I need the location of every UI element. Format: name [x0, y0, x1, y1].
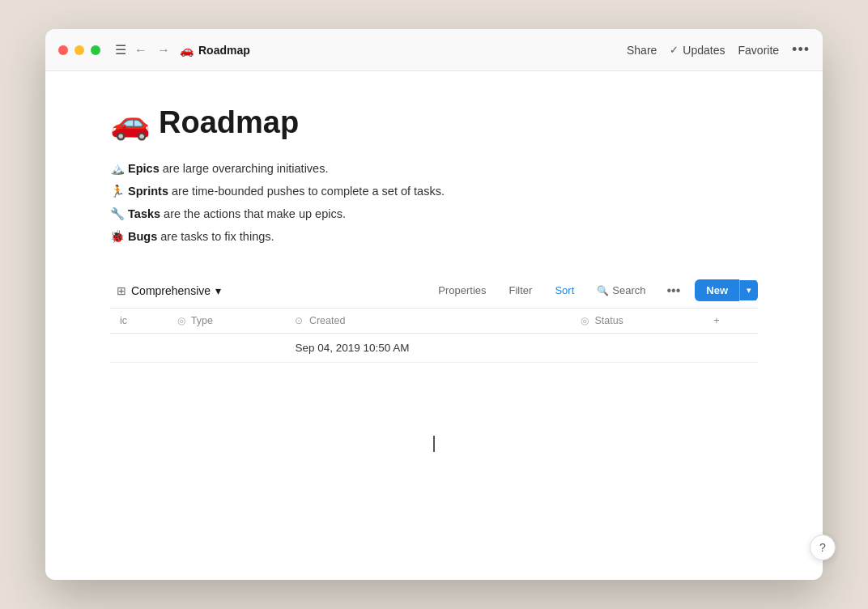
- help-button[interactable]: ?: [810, 534, 836, 560]
- database-table: ic ◎ Type ⊙ Created ◎ Status +: [110, 309, 758, 363]
- forward-icon: →: [157, 43, 170, 57]
- help-label: ?: [819, 541, 826, 554]
- share-button[interactable]: Share: [627, 44, 657, 57]
- col-topic-label: ic: [120, 315, 127, 326]
- new-dropdown-icon: ▾: [747, 285, 751, 295]
- updates-label: Updates: [683, 44, 725, 57]
- forward-button[interactable]: →: [154, 41, 173, 59]
- desc-epics: 🏔️ Epics are large overarching initiativ…: [110, 158, 758, 179]
- page-title-emoji: 🚗: [110, 104, 151, 142]
- page-title: 🚗 Roadmap: [110, 104, 758, 142]
- cell-status[interactable]: [571, 334, 704, 363]
- col-type: ◎ Type: [168, 309, 286, 334]
- col-created-icon: ⊙: [295, 315, 303, 326]
- cell-created[interactable]: Sep 04, 2019 10:50 AM: [285, 334, 571, 363]
- hamburger-icon: ☰: [115, 42, 126, 57]
- database-toolbar: ⊞ Comprehensive ▾ Properties Filter Sort…: [110, 273, 758, 309]
- page-description: 🏔️ Epics are large overarching initiativ…: [110, 158, 758, 247]
- filter-button[interactable]: Filter: [503, 281, 539, 300]
- sort-button[interactable]: Sort: [548, 281, 581, 300]
- table-header-row: ic ◎ Type ⊙ Created ◎ Status +: [110, 309, 758, 334]
- search-button[interactable]: 🔍 Search: [590, 281, 652, 300]
- desc-tasks: 🔧 Tasks are the actions that make up epi…: [110, 203, 758, 224]
- col-created: ⊙ Created: [285, 309, 571, 334]
- created-value: Sep 04, 2019 10:50 AM: [295, 342, 409, 354]
- new-label: New: [706, 284, 728, 296]
- toolbar-more-button[interactable]: •••: [662, 280, 685, 301]
- view-dropdown-icon: ▾: [215, 284, 221, 297]
- desc-sprints: 🏃 Sprints are time-bounded pushes to com…: [110, 181, 758, 202]
- titlebar-title: 🚗 Roadmap: [180, 44, 250, 57]
- cell-extra: [704, 334, 758, 363]
- cell-topic[interactable]: [110, 334, 168, 363]
- properties-label: Properties: [438, 284, 486, 296]
- titlebar-emoji: 🚗: [180, 44, 194, 57]
- col-status-label: Status: [594, 315, 623, 326]
- col-topic: ic: [110, 309, 168, 334]
- col-status-icon: ◎: [581, 315, 589, 326]
- search-icon: 🔍: [597, 285, 609, 296]
- add-column-button[interactable]: +: [704, 309, 758, 334]
- share-label: Share: [627, 44, 657, 57]
- more-button[interactable]: •••: [792, 41, 810, 58]
- updates-check: ✓: [670, 44, 679, 56]
- titlebar-actions: Share ✓ Updates Favorite •••: [627, 41, 810, 58]
- new-button[interactable]: New: [695, 279, 739, 301]
- favorite-button[interactable]: Favorite: [738, 44, 780, 57]
- text-cursor: [433, 436, 435, 452]
- back-icon: ←: [134, 43, 147, 57]
- updates-button[interactable]: ✓ Updates: [670, 44, 725, 57]
- minimize-button[interactable]: [74, 45, 84, 55]
- toolbar-more-icon: •••: [666, 283, 680, 297]
- table-row: Sep 04, 2019 10:50 AM: [110, 334, 758, 363]
- col-created-label: Created: [309, 315, 345, 326]
- back-button[interactable]: ←: [131, 41, 151, 59]
- cell-type[interactable]: [168, 334, 286, 363]
- main-content: 🚗 Roadmap 🏔️ Epics are large overarching…: [45, 71, 823, 580]
- col-type-icon: ◎: [177, 315, 185, 326]
- traffic-lights: [58, 45, 100, 55]
- close-button[interactable]: [58, 45, 68, 55]
- page-title-text: Roadmap: [159, 105, 299, 140]
- view-icon: ⊞: [117, 284, 126, 297]
- desc-bugs: 🐞 Bugs are tasks to fix things.: [110, 226, 758, 247]
- view-selector[interactable]: ⊞ Comprehensive ▾: [110, 281, 228, 300]
- col-type-label: Type: [191, 315, 213, 326]
- page-header: 🚗 Roadmap 🏔️ Epics are large overarching…: [110, 104, 758, 247]
- favorite-label: Favorite: [738, 44, 780, 57]
- content-area[interactable]: [110, 363, 758, 525]
- nav-buttons: ← →: [131, 41, 173, 59]
- more-icon: •••: [792, 41, 810, 57]
- sort-label: Sort: [555, 284, 574, 296]
- search-label: Search: [612, 284, 645, 296]
- maximize-button[interactable]: [91, 45, 100, 55]
- hamburger-button[interactable]: ☰: [110, 40, 131, 59]
- titlebar: ☰ ← → 🚗 Roadmap Share ✓ Updates Favorite: [45, 29, 823, 71]
- properties-button[interactable]: Properties: [432, 281, 492, 300]
- new-dropdown-button[interactable]: ▾: [739, 280, 758, 300]
- col-status: ◎ Status: [571, 309, 704, 334]
- titlebar-text: Roadmap: [198, 44, 250, 57]
- new-button-group: New ▾: [695, 279, 758, 301]
- filter-label: Filter: [509, 284, 533, 296]
- view-label: Comprehensive: [131, 284, 211, 297]
